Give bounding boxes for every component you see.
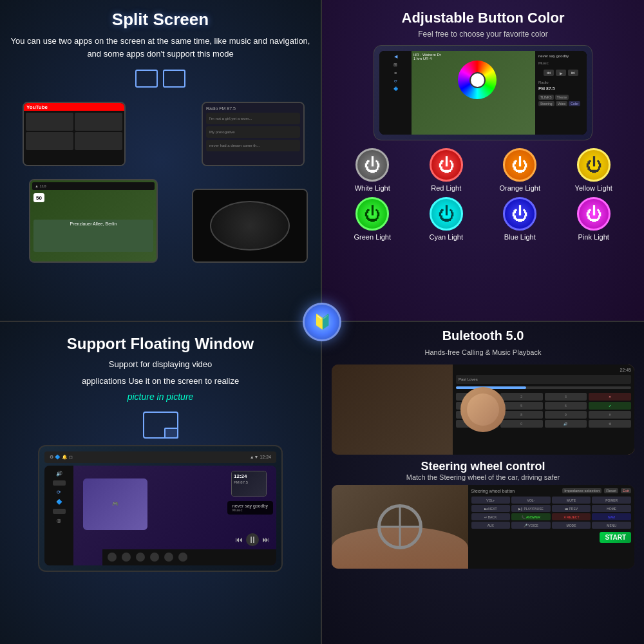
bt-btn-9[interactable]: 9 xyxy=(545,411,587,419)
menu-btn[interactable]: MENU xyxy=(592,522,631,529)
steering-row-4: AUX 🎤 VOICE MODE MENU xyxy=(471,522,632,529)
screens-mockup: YouTube Radio FM 87.5 xyxy=(10,95,311,263)
next-btn[interactable]: ⏭ NEXT xyxy=(471,505,511,512)
yellow-light-icon: ⏻ xyxy=(577,148,611,182)
power-symbol-orange: ⏻ xyxy=(511,155,528,175)
answer-btn[interactable]: 📞 ANSWER xyxy=(511,513,551,520)
bottom-icon-5 xyxy=(164,553,173,562)
float-btn-1 xyxy=(53,480,66,486)
power-symbol-red: ⏻ xyxy=(438,155,455,175)
aux-btn[interactable]: AUX xyxy=(471,522,511,529)
bt-btn-2[interactable]: 2 xyxy=(500,393,543,401)
floating-left-bar: 🔊 ⟳ 🔷 ◎ xyxy=(44,466,73,565)
orange-light-icon: ⏻ xyxy=(503,148,536,182)
bt-btn-5[interactable]: 5 xyxy=(500,402,543,410)
yellow-light-btn[interactable]: ⏻ Yellow Light xyxy=(560,148,629,192)
pink-light-btn[interactable]: ⏻ Pink Light xyxy=(560,197,629,241)
next-btn[interactable]: ⏭ xyxy=(568,70,578,76)
navi-btn[interactable]: NAVI xyxy=(592,513,631,520)
floating-pip: 12:24 FM 87.5 xyxy=(231,471,267,497)
green-light-btn[interactable]: ⏻ Green Light xyxy=(338,197,407,241)
blue-light-btn[interactable]: ⏻ Blue Light xyxy=(486,197,554,241)
bottom-icon-1 xyxy=(108,553,117,562)
bt-btn-hangup[interactable]: ✕ xyxy=(589,393,631,401)
bt-btn-hash[interactable]: # xyxy=(589,411,631,419)
floating-desc1: Support for displaying video xyxy=(10,358,311,372)
floating-window-quadrant: Support Floating Window Support for disp… xyxy=(0,322,322,644)
steering-image: Steering wheel button Impedance selectio… xyxy=(332,485,634,569)
bluetooth-subtitle: Hands-free Calling & Music Playback xyxy=(332,348,634,356)
start-button[interactable]: START xyxy=(600,532,631,543)
device-main-screen: HR - Wairere Dr1 km UR 4 xyxy=(412,51,535,135)
orange-light-label: Orange Light xyxy=(499,184,540,192)
red-light-btn[interactable]: ⏻ Red Light xyxy=(412,148,481,192)
split-icon-container xyxy=(10,70,311,88)
steering-wheel xyxy=(377,504,422,549)
color-subtitle: Feel free to choose your favorite color xyxy=(332,30,634,39)
bt-btn-answer[interactable]: ✔ xyxy=(589,402,631,410)
prev-btn[interactable]: ⏮ xyxy=(544,70,554,76)
bt-btn-8[interactable]: 8 xyxy=(500,411,543,419)
voice-btn[interactable]: 🎤 VOICE xyxy=(511,522,551,529)
steering-right: Steering wheel button Impedance selectio… xyxy=(468,485,635,569)
blue-light-label: Blue Light xyxy=(504,233,536,241)
bluetooth-title: Buletooth 5.0 xyxy=(332,328,634,343)
cyan-light-icon: ⏻ xyxy=(430,197,463,231)
color-button-quadrant: Adjustable Button Color Feel free to cho… xyxy=(322,0,644,322)
bt-btn-0[interactable]: 0 xyxy=(500,420,543,428)
split-screen-subtitle: You can use two apps on the screen at th… xyxy=(10,35,311,60)
color-wheel xyxy=(458,61,497,99)
screen-card-topright: Radio FM 87.5 I'm not a girl,yet a wom..… xyxy=(202,102,305,166)
bt-btn-6[interactable]: 6 xyxy=(545,402,587,410)
prev-btn[interactable]: ⏮ PREV xyxy=(552,505,591,512)
split-screen-quadrant: Split Screen You can use two apps on the… xyxy=(0,0,322,322)
device-screen: ◀ ⊞ ≡ ⟳ 🔷 HR - Wairere Dr1 km UR 4 never… xyxy=(379,51,587,135)
steering-row-2: ⏭ NEXT ▶‖ PLAY/PAUSE ⏮ PREV HOME xyxy=(471,505,632,512)
power-symbol-white: ⏻ xyxy=(364,155,381,175)
vol-plus-btn[interactable]: VOL+ xyxy=(471,497,511,504)
float-btn-2 xyxy=(53,509,66,514)
screen-inner-youtube: YouTube xyxy=(24,103,124,165)
white-light-icon: ⏻ xyxy=(355,148,389,182)
screen-inner-video xyxy=(193,190,307,261)
steering-row-1: VOL+ VOL- MUTE POWER xyxy=(471,497,632,504)
pink-light-label: Pink Light xyxy=(578,233,609,241)
mode-btn[interactable]: MODE xyxy=(552,522,591,529)
pip-time: 12:24 xyxy=(234,473,264,479)
yellow-light-label: Yellow Light xyxy=(575,184,612,192)
reject-btn[interactable]: ✕ REJECT xyxy=(552,513,591,520)
power-symbol-blue: ⏻ xyxy=(511,204,528,224)
pink-light-icon: ⏻ xyxy=(577,197,611,231)
screen-card-bottomright xyxy=(192,189,308,263)
mute-btn[interactable]: MUTE xyxy=(552,497,591,504)
floating-device: ⚙ 🔷 🔔 ◻ ▲▼ 12:24 🔊 ⟳ 🔷 ◎ 🎮 xyxy=(38,445,283,572)
exit-btn[interactable]: Exit xyxy=(621,488,631,493)
media-controls: ⏮ ▶ ⏭ xyxy=(538,70,583,76)
white-light-btn[interactable]: ⏻ White Light xyxy=(338,148,407,192)
screen-inner-nav: ▲ 110 Prenzlauer Allee, Berlin 50 xyxy=(30,180,156,261)
reset-btn[interactable]: Reset xyxy=(604,488,618,493)
back-btn[interactable]: ↩ BACK xyxy=(471,513,511,520)
impedance-btn[interactable]: Impedance selection xyxy=(562,488,601,493)
light-buttons-grid: ⏻ White Light ⏻ Red Light ⏻ Orange Light… xyxy=(332,148,634,241)
power-symbol-green: ⏻ xyxy=(364,204,381,224)
steering-left xyxy=(332,485,468,569)
bt-btn-3[interactable]: 3 xyxy=(545,393,587,401)
device-left-panel: ◀ ⊞ ≡ ⟳ 🔷 xyxy=(379,51,412,135)
play-btn[interactable]: ▶ xyxy=(556,70,566,76)
floating-main: 🎮 12:24 FM 87.5 never say goodby Music xyxy=(73,466,276,565)
color-title: Adjustable Button Color xyxy=(332,10,634,26)
screen-inner-music: Radio FM 87.5 I'm not a girl,yet a wom..… xyxy=(203,103,303,165)
home-btn[interactable]: HOME xyxy=(592,505,631,512)
cyan-light-btn[interactable]: ⏻ Cyan Light xyxy=(412,197,481,241)
steering-header: Steering wheel button Impedance selectio… xyxy=(471,488,632,493)
playpause-btn[interactable]: ▶‖ PLAY/PAUSE xyxy=(511,505,551,512)
power-btn[interactable]: POWER xyxy=(592,497,631,504)
bt-btn-vol[interactable]: 🔊 xyxy=(545,420,587,428)
bottom-icon-6 xyxy=(178,553,187,562)
bt-btn-gear[interactable]: ⚙ xyxy=(589,420,631,428)
orange-light-btn[interactable]: ⏻ Orange Light xyxy=(486,148,554,192)
vol-minus-btn[interactable]: VOL- xyxy=(511,497,551,504)
pip-box xyxy=(143,412,178,439)
pip-small xyxy=(164,428,178,439)
